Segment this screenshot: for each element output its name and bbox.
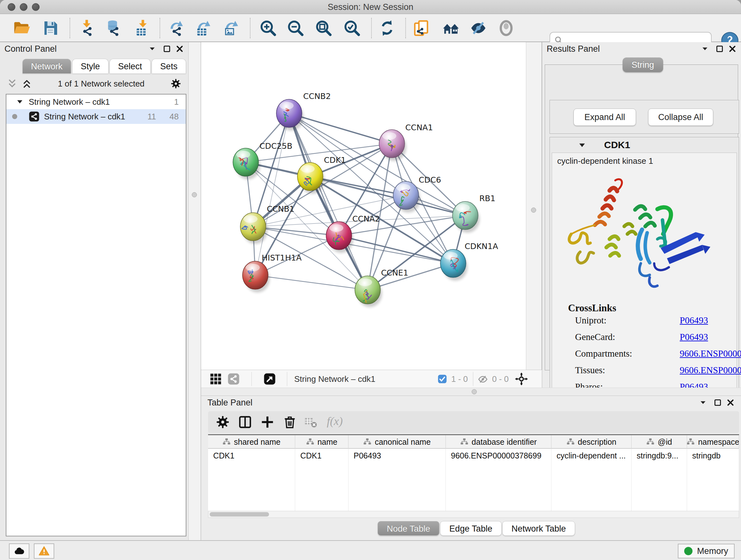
add-column-icon[interactable]	[260, 415, 274, 429]
scrollbar-thumb[interactable]	[210, 512, 269, 516]
tab-node-table[interactable]: Node Table	[378, 521, 440, 536]
node-CCNE1[interactable]: CCNE1	[355, 268, 408, 307]
float-window-icon[interactable]	[163, 45, 171, 53]
collapse-all-chevron-icon[interactable]	[7, 78, 17, 89]
delete-table-icon[interactable]	[304, 415, 318, 429]
expand-all-chevron-icon[interactable]	[22, 78, 32, 89]
edge-CCNA2-CDKN1A[interactable]	[339, 236, 453, 263]
zoom-in-icon[interactable]	[259, 19, 277, 37]
node-CCNA1[interactable]: CCNA1	[379, 123, 433, 161]
crosslink-link[interactable]: P06493	[680, 315, 708, 326]
tab-edge-table[interactable]: Edge Table	[440, 521, 502, 536]
export-image-icon[interactable]	[222, 19, 240, 37]
grid-view-icon[interactable]	[209, 373, 222, 385]
network-view[interactable]: CCNB2CCNA1CDC25BCDK1CDC6RB1CCNB1CCNA2CDK…	[201, 42, 526, 370]
import-network-database-icon[interactable]	[105, 19, 122, 37]
node-CCNB2[interactable]: CCNB2	[276, 91, 331, 131]
zoom-fit-icon[interactable]	[315, 19, 333, 37]
column-header-database-identifier[interactable]: database identifier	[446, 435, 551, 449]
options-gear-icon[interactable]	[171, 78, 181, 89]
left-divider-handle[interactable]	[192, 192, 197, 197]
clone-network-icon[interactable]	[413, 19, 431, 37]
edge-CCNB2-CCNA1[interactable]	[289, 113, 392, 144]
import-network-icon[interactable]	[77, 19, 95, 37]
tab-select[interactable]: Select	[110, 59, 151, 73]
edge-CCNE1-HIST1H1A[interactable]	[255, 275, 367, 290]
collapse-caret-icon[interactable]	[701, 45, 709, 53]
zoom-out-icon[interactable]	[286, 19, 305, 37]
edge-CCNB2-HIST1H1A[interactable]	[255, 113, 289, 275]
crosslink-link[interactable]: 9606.ENSP00000378699	[680, 365, 741, 375]
save-session-icon[interactable]	[42, 19, 59, 37]
table-cell[interactable]: stringdb	[687, 449, 739, 462]
close-panel-icon[interactable]	[728, 45, 737, 53]
table-horizontal-scrollbar[interactable]	[208, 511, 739, 518]
bottom-panel-divider[interactable]	[201, 388, 741, 396]
table-cell[interactable]: CDK1	[208, 449, 295, 462]
tab-network[interactable]: Network	[22, 59, 71, 73]
crosshair-icon[interactable]	[515, 372, 529, 386]
crosslink-link[interactable]: 9606.ENSP00000378699	[680, 348, 741, 359]
expand-all-button[interactable]: Expand All	[574, 109, 636, 126]
column-header-canonical-name[interactable]: canonical name	[348, 435, 446, 449]
export-network-icon[interactable]	[167, 19, 185, 37]
collapse-caret-icon[interactable]	[148, 45, 156, 53]
cloud-icon[interactable]	[9, 543, 29, 559]
table-cell[interactable]: 9606.ENSP00000378699	[446, 449, 551, 462]
fx-function-icon[interactable]: f(x)	[327, 415, 343, 428]
edge-CCNB2-CCNE1[interactable]	[289, 113, 367, 290]
right-panel-divider[interactable]	[526, 42, 542, 370]
open-session-icon[interactable]	[13, 19, 30, 37]
share-network-icon[interactable]	[227, 373, 240, 385]
node-CCNB1[interactable]: CCNB1	[240, 204, 294, 244]
edge-CDKN1A-CCNE1[interactable]	[367, 263, 453, 290]
table-cell[interactable]: CDK1	[295, 449, 348, 462]
column-header-name[interactable]: name	[295, 435, 348, 449]
column-header-shared-name[interactable]: shared name	[208, 435, 295, 449]
network-collection-row[interactable]: String Network – cdk1 1	[6, 95, 186, 109]
table-cell[interactable]: cyclin-dependent ...	[551, 449, 631, 462]
collapse-all-button[interactable]: Collapse All	[648, 109, 713, 126]
node-HIST1H1A[interactable]: HIST1H1A	[243, 253, 301, 293]
columns-icon[interactable]	[238, 415, 252, 429]
float-window-icon[interactable]	[714, 398, 722, 407]
memory-button[interactable]: Memory	[678, 544, 735, 558]
network-row-selected[interactable]: String Network – cdk1 11 48	[6, 109, 186, 124]
column-header--id[interactable]: @id	[631, 435, 687, 449]
warning-icon[interactable]	[34, 543, 54, 559]
tab-network-table[interactable]: Network Table	[502, 521, 576, 536]
selected-checkbox-icon[interactable]	[437, 374, 448, 384]
close-panel-icon[interactable]	[176, 45, 184, 53]
gear-icon[interactable]	[216, 415, 230, 429]
left-panel-divider[interactable]	[188, 42, 201, 540]
tree-expand-icon[interactable]	[16, 98, 23, 106]
open-in-window-icon[interactable]	[263, 373, 276, 385]
table-cell[interactable]: stringdb:9...	[631, 449, 687, 462]
node-result-body: cyclin-dependent kinase 1	[552, 152, 737, 389]
trash-icon[interactable]	[283, 415, 297, 429]
node-CDKN1A[interactable]: CDKN1A	[441, 242, 498, 281]
table-cell[interactable]: P06493	[348, 449, 446, 462]
import-table-icon[interactable]	[134, 19, 151, 37]
node-result-header[interactable]: CDK1	[550, 137, 739, 152]
home-network-icon[interactable]	[442, 19, 460, 37]
bottom-divider-handle[interactable]	[472, 389, 477, 394]
float-window-icon[interactable]	[716, 45, 724, 53]
export-table-icon[interactable]	[194, 19, 212, 37]
column-header-namespace[interactable]: namespace	[687, 435, 739, 449]
collapse-entry-icon[interactable]	[578, 141, 586, 149]
zoom-selected-icon[interactable]	[343, 19, 361, 37]
refresh-layout-icon[interactable]	[378, 19, 396, 37]
hidden-eye-icon[interactable]	[477, 374, 488, 385]
hide-graphics-details-icon[interactable]	[469, 19, 487, 37]
node-RB1[interactable]: RB1	[453, 194, 495, 233]
birds-eye-view-icon[interactable]	[497, 19, 515, 37]
collapse-caret-icon[interactable]	[699, 398, 707, 407]
column-header-description[interactable]: description	[551, 435, 631, 449]
tab-sets[interactable]: Sets	[151, 59, 186, 73]
right-divider-handle[interactable]	[531, 207, 536, 212]
tab-style[interactable]: Style	[72, 59, 109, 73]
crosslink-link[interactable]: P06493	[680, 332, 708, 342]
close-panel-icon[interactable]	[726, 398, 735, 407]
tab-string[interactable]: String	[623, 57, 663, 72]
